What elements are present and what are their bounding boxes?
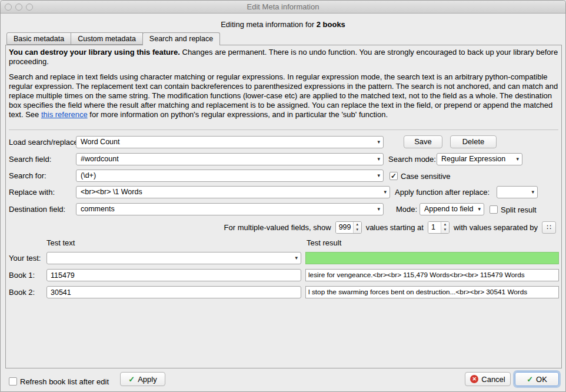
multiple-values-row: For multiple-valued fields, show ▲▼ valu… bbox=[224, 221, 556, 234]
spinner-arrows[interactable]: ▲▼ bbox=[441, 222, 449, 233]
replace-with-combo[interactable]: <br><br> \1 Words ▾ bbox=[76, 186, 390, 198]
refresh-book-list-checkbox[interactable]: Refresh book list after edit bbox=[9, 376, 109, 387]
chevron-down-icon: ▾ bbox=[295, 253, 298, 264]
search-field-label: Search field: bbox=[9, 153, 51, 165]
spin-down-icon[interactable]: ▼ bbox=[441, 227, 449, 233]
description-after: for more information on python's regular… bbox=[88, 110, 388, 119]
show-values-spinner[interactable]: ▲▼ bbox=[335, 221, 362, 234]
checkbox-box bbox=[490, 205, 498, 214]
subtitle: Editing meta information for 2 books bbox=[1, 20, 565, 29]
load-search-replace-combo[interactable]: Word Count ▾ bbox=[76, 136, 384, 148]
chevron-down-icon: ▾ bbox=[516, 154, 519, 165]
destination-field-combo[interactable]: comments ▾ bbox=[76, 203, 384, 215]
test-text-header: Test text bbox=[46, 238, 75, 248]
search-mode-combo[interactable]: Regular Expression ▾ bbox=[437, 153, 522, 165]
book1-test-result: lesire for vengeance.<br><br> 115,479 Wo… bbox=[305, 269, 559, 281]
ok-button[interactable]: ✓ OK bbox=[515, 372, 559, 386]
close-button[interactable] bbox=[5, 4, 12, 11]
multi-start-label: values starting at bbox=[366, 223, 424, 232]
chevron-down-icon: ▾ bbox=[531, 187, 534, 198]
book1-label: Book 1: bbox=[9, 269, 35, 281]
book2-test-result: l stop the swarming forces bent on destr… bbox=[305, 286, 559, 298]
show-values-input[interactable] bbox=[336, 222, 353, 233]
refresh-book-list-label: Refresh book list after edit bbox=[20, 377, 109, 386]
warning-bold: You can destroy your library using this … bbox=[9, 48, 180, 57]
tab-search-and-replace[interactable]: Search and replace bbox=[142, 32, 220, 45]
book1-test-input[interactable] bbox=[46, 269, 301, 281]
apply-button-label: Apply bbox=[138, 375, 157, 384]
split-result-label: Split result bbox=[501, 205, 537, 214]
start-value-input[interactable] bbox=[428, 222, 441, 233]
delete-button[interactable]: Delete bbox=[450, 135, 497, 148]
save-button[interactable]: Save bbox=[404, 135, 442, 148]
spinner-arrows[interactable]: ▲▼ bbox=[353, 222, 361, 233]
apply-function-combo[interactable]: ▾ bbox=[497, 186, 538, 198]
search-for-value: (\d+) bbox=[81, 171, 96, 180]
search-mode-value: Regular Expression bbox=[441, 155, 505, 163]
checkbox-box bbox=[9, 377, 17, 386]
chevron-down-icon: ▾ bbox=[478, 204, 481, 215]
warning-text: You can destroy your library using this … bbox=[9, 48, 558, 67]
load-search-replace-value: Word Count bbox=[81, 138, 119, 146]
search-for-label: Search for: bbox=[9, 170, 46, 182]
destination-field-value: comments bbox=[81, 205, 115, 213]
chevron-down-icon: ▾ bbox=[377, 154, 380, 165]
your-test-label: Your test: bbox=[9, 252, 41, 264]
tab-custom-metadata[interactable]: Custom metadata bbox=[71, 32, 143, 45]
chevron-down-icon: ▾ bbox=[377, 204, 380, 215]
subtitle-prefix: Editing meta information for bbox=[221, 20, 317, 29]
test-result-header: Test result bbox=[307, 238, 341, 248]
ok-button-label: OK bbox=[536, 375, 547, 384]
multi-separator-label: with values separated by bbox=[454, 223, 538, 232]
your-test-combo[interactable]: ▾ bbox=[46, 252, 301, 264]
search-field-value: #wordcount bbox=[81, 155, 119, 163]
mode-value: Append to field bbox=[424, 205, 473, 213]
tab-bar: Basic metadata Custom metadata Search an… bbox=[6, 32, 219, 45]
search-field-combo[interactable]: #wordcount ▾ bbox=[76, 153, 384, 165]
check-icon: ✓ bbox=[527, 375, 533, 384]
replace-with-value: <br><br> \1 Words bbox=[81, 188, 142, 196]
start-value-spinner[interactable]: ▲▼ bbox=[428, 221, 450, 234]
destination-field-label: Destination field: bbox=[9, 203, 65, 215]
values-separator-button[interactable]: ∷ bbox=[542, 221, 556, 234]
cancel-button[interactable]: ✕ Cancel bbox=[465, 372, 511, 386]
spin-down-icon[interactable]: ▼ bbox=[354, 227, 361, 233]
replace-with-label: Replace with: bbox=[9, 186, 55, 198]
cancel-button-label: Cancel bbox=[481, 375, 505, 384]
book2-test-input[interactable] bbox=[46, 286, 301, 298]
cancel-icon: ✕ bbox=[470, 375, 478, 383]
mode-label: Mode: bbox=[396, 203, 417, 215]
zoom-button[interactable] bbox=[26, 4, 33, 11]
search-for-combo[interactable]: (\d+) ▾ bbox=[76, 170, 384, 182]
book2-label: Book 2: bbox=[9, 286, 35, 298]
apply-button[interactable]: ✓ Apply bbox=[120, 372, 165, 386]
tab-basic-metadata[interactable]: Basic metadata bbox=[6, 32, 71, 45]
spin-up-icon[interactable]: ▲ bbox=[354, 222, 361, 228]
chevron-down-icon: ▾ bbox=[384, 187, 387, 198]
description-text: Search and replace in text fields using … bbox=[9, 72, 558, 119]
split-result-checkbox[interactable]: Split result bbox=[490, 204, 537, 215]
chevron-down-icon: ▾ bbox=[377, 170, 380, 181]
case-sensitive-checkbox[interactable]: ✓ Case sensitive bbox=[389, 170, 451, 182]
edit-meta-dialog: Edit Meta information Editing meta infor… bbox=[0, 0, 566, 392]
separator bbox=[9, 129, 558, 130]
your-test-result bbox=[305, 252, 559, 264]
multi-show-label: For multiple-valued fields, show bbox=[224, 223, 331, 232]
load-search-replace-label: Load search/replace: bbox=[9, 136, 80, 148]
this-reference-link[interactable]: this reference bbox=[41, 110, 88, 119]
chevron-down-icon: ▾ bbox=[377, 137, 380, 148]
spin-up-icon[interactable]: ▲ bbox=[441, 222, 449, 228]
apply-function-label: Apply function after replace: bbox=[395, 186, 490, 198]
minimize-button[interactable] bbox=[15, 4, 22, 11]
check-icon: ✓ bbox=[128, 375, 135, 384]
mode-combo[interactable]: Append to field ▾ bbox=[419, 203, 484, 215]
titlebar: Edit Meta information bbox=[1, 1, 565, 14]
subtitle-book-count: 2 books bbox=[317, 20, 345, 29]
checkmark-icon: ✓ bbox=[389, 172, 398, 180]
window-title: Edit Meta information bbox=[59, 1, 507, 13]
case-sensitive-label: Case sensitive bbox=[401, 172, 451, 181]
search-mode-label: Search mode: bbox=[388, 153, 436, 165]
